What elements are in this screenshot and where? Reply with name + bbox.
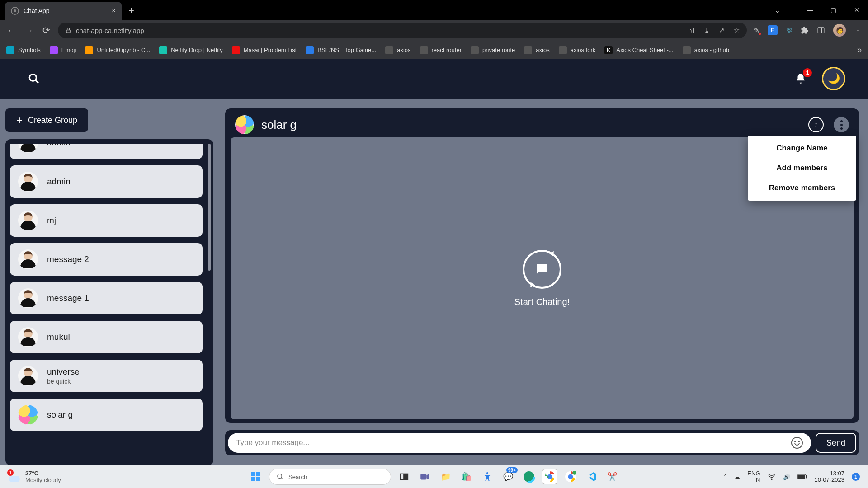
chat-badge: 99+	[506, 467, 518, 473]
menu-change-name[interactable]: Change Name	[748, 138, 856, 158]
snipping-tool-icon[interactable]: ✂️	[604, 469, 620, 484]
conversation-avatar	[18, 144, 38, 153]
task-view-icon[interactable]	[396, 469, 412, 484]
message-input[interactable]: Type your message...	[228, 433, 811, 453]
bookmark-item[interactable]: axios	[385, 46, 410, 54]
bookmark-label: axios fork	[571, 47, 596, 53]
weather-temp: 27°C	[25, 470, 61, 477]
weather-widget[interactable]: 1 27°C Mostly cloudy	[8, 470, 61, 483]
bookmark-star-icon[interactable]: ☆	[734, 26, 740, 34]
bookmark-item[interactable]: KAxios Cheat Sheet -...	[604, 46, 673, 54]
bookmark-item[interactable]: Untitled0.ipynb - C...	[85, 46, 150, 54]
emoji-picker-button[interactable]	[791, 437, 803, 449]
conversation-item[interactable]: message 2	[10, 243, 203, 276]
weather-condition: Mostly cloudy	[25, 477, 61, 483]
time-text: 13:07	[815, 470, 845, 477]
bookmark-item[interactable]: axios	[524, 46, 549, 54]
tray-expand-icon[interactable]: ˄	[724, 474, 727, 480]
chat-icon[interactable]: 💬99+	[500, 469, 516, 484]
conversation-item[interactable]: mj	[10, 204, 203, 237]
pen-icon[interactable]: ✎●	[753, 26, 760, 35]
clock[interactable]: 13:07 10-07-2023	[815, 470, 845, 483]
bookmark-item[interactable]: Emoji	[50, 46, 76, 54]
bookmark-label: Axios Cheat Sheet -...	[616, 47, 673, 53]
close-window-button[interactable]: ✕	[845, 2, 868, 18]
close-tab-icon[interactable]: ×	[112, 7, 116, 15]
extensions-button[interactable]	[801, 26, 809, 34]
back-button[interactable]: ←	[6, 25, 17, 36]
toolbar-right: ✎● F ⚛ 🧑 ⋮	[753, 24, 862, 37]
weather-icon: 1	[8, 470, 21, 483]
bookmarks-overflow-icon[interactable]: »	[857, 45, 862, 55]
chrome-alt-icon[interactable]	[563, 469, 578, 484]
create-group-button[interactable]: + Create Group	[5, 108, 88, 132]
maximize-button[interactable]: ▢	[822, 2, 844, 18]
bookmark-item[interactable]: BSE/NSE Top Gaine...	[306, 46, 376, 54]
ms-store-icon[interactable]: 🛍️	[459, 469, 474, 484]
bookmark-favicon	[232, 46, 240, 54]
chat-info-button[interactable]: i	[808, 117, 824, 132]
user-avatar[interactable]: 🌙	[822, 67, 845, 90]
conversation-scrollbar[interactable]	[208, 144, 211, 461]
notifications-button[interactable]: 1	[795, 73, 807, 84]
menu-add-members[interactable]: Add members	[748, 158, 856, 178]
browser-tab[interactable]: Chat App ×	[5, 2, 122, 20]
reload-button[interactable]: ⟳	[41, 25, 52, 36]
bookmark-item[interactable]: Netlify Drop | Netlify	[159, 46, 223, 54]
bookmark-item[interactable]: axios fork	[559, 46, 596, 54]
volume-icon[interactable]: 🔊	[783, 474, 790, 480]
window-controls: ⌄ — ▢ ✕	[766, 0, 868, 20]
conversation-item[interactable]: mukul	[10, 321, 203, 353]
minimize-button[interactable]: —	[798, 2, 821, 18]
install-app-icon[interactable]: ⤓	[704, 26, 710, 34]
bookmark-label: Symbols	[18, 47, 41, 53]
profile-avatar[interactable]: 🧑	[833, 24, 846, 37]
conversation-item[interactable]: message 1	[10, 282, 203, 314]
notification-center-icon[interactable]: 1	[852, 473, 860, 481]
address-bar[interactable]: chat-app-ca.netlify.app ⚿ ⤓ ↗ ☆	[58, 23, 747, 38]
menu-remove-members[interactable]: Remove members	[748, 178, 856, 198]
conversation-item[interactable]: solar g	[10, 399, 203, 431]
wifi-icon[interactable]	[768, 473, 776, 481]
chrome-menu-button[interactable]: ⋮	[854, 26, 862, 35]
conversation-item[interactable]: admin	[10, 144, 203, 159]
bookmark-item[interactable]: Masai | Problem List	[232, 46, 297, 54]
share-icon[interactable]: ↗	[719, 26, 725, 34]
bookmark-item[interactable]: Symbols	[6, 46, 41, 54]
chat-more-button[interactable]	[834, 117, 849, 132]
forward-button[interactable]: →	[24, 25, 34, 36]
vscode-icon[interactable]	[584, 469, 599, 484]
side-panel-icon[interactable]	[817, 26, 825, 34]
chrome-icon[interactable]	[542, 469, 557, 484]
bookmark-label: axios - github	[694, 47, 729, 53]
language-indicator[interactable]: ENG IN	[747, 470, 760, 483]
bookmark-item[interactable]: react router	[420, 46, 462, 54]
edge-icon[interactable]	[521, 469, 537, 484]
teams-icon[interactable]	[417, 469, 433, 484]
send-button[interactable]: Send	[816, 433, 856, 453]
conversation-item[interactable]: admin	[10, 165, 203, 198]
taskbar-search[interactable]: Search	[269, 469, 391, 485]
start-button[interactable]	[248, 469, 264, 484]
onedrive-icon[interactable]: ☁	[734, 474, 740, 480]
bookmark-label: react router	[432, 47, 462, 53]
bookmark-item[interactable]: private route	[471, 46, 515, 54]
file-explorer-icon[interactable]: 📁	[438, 469, 453, 484]
svg-rect-11	[401, 474, 404, 480]
new-tab-button[interactable]: +	[122, 2, 141, 20]
bookmark-favicon	[683, 46, 691, 54]
tab-overflow-icon[interactable]: ⌄	[766, 2, 788, 18]
sidebar: + Create Group adminadminmjmessage 2mess…	[5, 108, 213, 465]
key-icon[interactable]: ⚿	[688, 27, 695, 34]
extension-react-icon[interactable]: ⚛	[786, 26, 793, 35]
compose-bar: Type your message... Send	[225, 430, 859, 455]
tab-favicon	[11, 7, 19, 15]
battery-icon[interactable]	[797, 474, 807, 480]
search-button[interactable]	[27, 72, 41, 85]
extension-f-icon[interactable]: F	[768, 25, 778, 35]
bookmark-item[interactable]: axios - github	[683, 46, 729, 54]
chat-avatar	[235, 115, 254, 134]
bookmark-label: Masai | Problem List	[244, 47, 297, 53]
accessibility-icon[interactable]	[480, 469, 495, 484]
conversation-item[interactable]: universebe quick	[10, 360, 203, 392]
